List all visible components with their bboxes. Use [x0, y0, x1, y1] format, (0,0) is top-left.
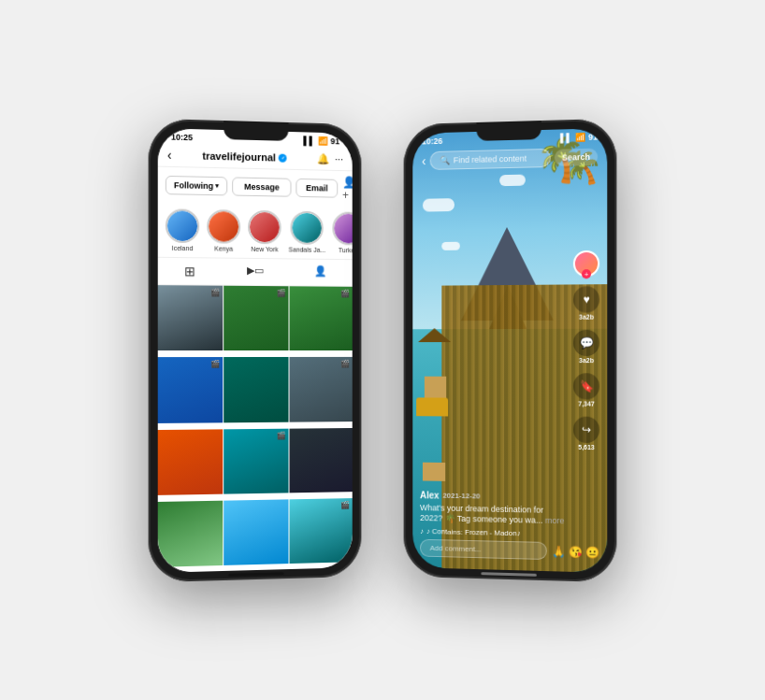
tag-tab-icon[interactable]: 👤	[314, 264, 327, 279]
emoji-pray[interactable]: 🙏	[552, 544, 566, 557]
following-button[interactable]: Following ▾	[166, 175, 227, 195]
chevron-down-icon: ▾	[215, 182, 219, 190]
emoji-kiss[interactable]: 😘	[569, 545, 583, 558]
tt-share-button[interactable]: ↪ 5,613	[573, 416, 599, 450]
tt-caption: What's your dream destination for 2022? …	[420, 502, 565, 527]
story-label-iceland: Iceland	[172, 244, 194, 250]
status-icons-left: ▌▌ 📶 91	[303, 136, 339, 146]
grid-cell-10[interactable]	[158, 500, 224, 566]
story-thumbnail-turkey	[335, 213, 353, 243]
emoji-buttons: 🙏 😘 😐	[552, 544, 599, 558]
tiktok-back-button[interactable]: ‹	[422, 153, 426, 168]
instagram-phone: 10:25 ▌▌ 📶 91 ‹ travelifejournal ✓	[149, 118, 362, 582]
stories-row: Iceland Kenya New York	[158, 203, 353, 260]
grid-cell-8[interactable]: 🎬	[224, 428, 289, 493]
home-indicator-left	[228, 572, 283, 577]
story-item-sandals[interactable]: Sandals Ja...	[289, 210, 326, 252]
message-button[interactable]: Message	[232, 177, 291, 196]
grid-photo-7	[158, 428, 224, 494]
email-button[interactable]: Email	[296, 178, 338, 197]
grid-photo-9	[289, 427, 353, 493]
grid-cell-6[interactable]: 🎬	[289, 357, 353, 421]
tt-username-text: Alex	[420, 489, 440, 499]
cloud-1	[422, 197, 454, 211]
tiktok-video-info: Alex 2021-12-20 What's your dream destin…	[420, 489, 565, 537]
tiktok-phone: 🌴 🌴 10:26 ▌▌ 📶 91 ‹	[404, 118, 617, 582]
search-icon: 🔍	[440, 155, 450, 164]
grid-cell-1[interactable]: 🎬	[158, 285, 224, 350]
tt-avatar-item[interactable]: +	[573, 250, 599, 277]
signal-right: ▌▌	[560, 133, 572, 142]
tt-date: 2021-12-20	[442, 491, 480, 500]
hut-roof	[418, 327, 451, 341]
tt-bookmark-button[interactable]: 🔖 7,347	[573, 373, 599, 407]
story-item-iceland[interactable]: Iceland	[166, 208, 199, 251]
follow-icon: +	[582, 269, 591, 279]
tt-like-button[interactable]: ♥ 3a2b	[573, 286, 599, 321]
grid-cell-7[interactable]	[158, 428, 224, 494]
story-item-newyork[interactable]: New York	[248, 209, 281, 251]
grid-photo-5	[224, 357, 289, 422]
story-item-turkey[interactable]: Turke...	[333, 211, 353, 253]
grid-cell-2[interactable]: 🎬	[224, 285, 289, 350]
bungalow-roof	[416, 396, 448, 415]
search-placeholder: Find related content	[454, 153, 527, 164]
story-label-turkey: Turke...	[339, 247, 353, 253]
wifi-left: 📶	[318, 136, 328, 145]
more-link[interactable]: more	[545, 516, 565, 525]
ig-username-container: travelifejournal ✓	[202, 150, 286, 163]
search-input-container[interactable]: 🔍 Find related content	[429, 148, 550, 169]
grid-cell-4[interactable]: 🎬	[158, 357, 224, 422]
battery-left: 91	[330, 136, 339, 146]
tt-comment-button[interactable]: 💬 3a2b	[573, 329, 599, 363]
story-thumbnail-iceland	[167, 210, 197, 241]
story-label-newyork: New York	[251, 245, 278, 251]
photo-grid: 🎬 🎬 🎬 🎬	[158, 285, 353, 573]
story-item-kenya[interactable]: Kenya	[207, 209, 240, 252]
grid-overlay-2: 🎬	[276, 289, 285, 297]
verified-badge: ✓	[279, 153, 287, 162]
grid-cell-3[interactable]: 🎬	[289, 286, 353, 350]
time-right: 10:26	[422, 136, 442, 145]
grid-cell-11[interactable]	[224, 499, 289, 565]
music-note-icon: ♪	[420, 526, 424, 535]
ig-username: travelifejournal	[202, 150, 275, 163]
emoji-neutral[interactable]: 😐	[585, 545, 599, 559]
cloud-2	[499, 174, 526, 186]
story-circle-sandals	[291, 210, 324, 244]
tt-username-row: Alex 2021-12-20	[420, 489, 565, 502]
story-circle-iceland	[166, 208, 199, 243]
more-icon[interactable]: ···	[335, 152, 343, 164]
story-label-kenya: Kenya	[214, 245, 233, 251]
status-icons-right: ▌▌ 📶 91	[560, 132, 598, 142]
bell-icon[interactable]: 🔔	[317, 152, 330, 164]
notch-left	[224, 121, 288, 141]
back-icon[interactable]: ‹	[167, 147, 172, 162]
story-thumbnail-kenya	[209, 211, 238, 242]
story-circle-kenya	[207, 209, 240, 244]
tt-creator-avatar: +	[573, 250, 599, 277]
story-thumbnail-newyork	[250, 211, 280, 241]
story-label-sandals: Sandals Ja...	[289, 246, 326, 252]
grid-cell-5[interactable]	[224, 357, 289, 422]
grid-overlay-3: 🎬	[340, 289, 350, 297]
add-person-icon[interactable]: 👤+	[342, 176, 353, 202]
profile-tab-bar: ⊞ ▶▭ 👤	[158, 257, 353, 286]
grid-cell-9[interactable]	[289, 427, 353, 493]
comment-input[interactable]: Add comment...	[420, 538, 547, 559]
grid-tab-icon[interactable]: ⊞	[184, 264, 195, 279]
grid-overlay-12: 🎬	[340, 500, 350, 508]
search-button[interactable]: Search	[555, 148, 598, 165]
reel-tab-icon[interactable]: ▶▭	[247, 264, 264, 279]
action-buttons: Following ▾ Message Email 👤+	[158, 166, 353, 206]
grid-photo-11	[224, 499, 289, 565]
story-circle-newyork	[248, 209, 281, 244]
cloud-3	[441, 241, 460, 250]
grid-cell-12[interactable]: 🎬	[289, 497, 353, 563]
comment-icon: 💬	[573, 329, 599, 355]
bookmark-icon: 🔖	[573, 373, 599, 399]
grid-overlay-8: 🎬	[276, 431, 285, 439]
bungalow-body	[422, 462, 444, 480]
grid-photo-10	[158, 500, 224, 566]
wifi-right: 📶	[575, 132, 585, 141]
